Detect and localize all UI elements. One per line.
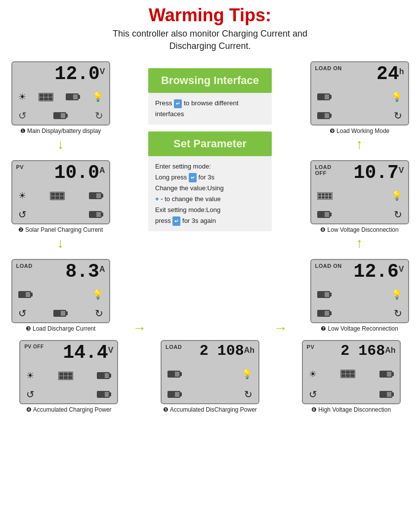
battery9-icon bbox=[317, 93, 332, 100]
panel4: PV OFF 14.4 V ☀ bbox=[19, 340, 118, 404]
panel8-value-row: 10.7 V bbox=[332, 164, 404, 182]
panel5: LOAD 2 108 Ah 💡 bbox=[161, 340, 259, 404]
bulb8-icon: 💡 bbox=[391, 190, 402, 201]
arrow-curve5b-icon: ↻ bbox=[244, 388, 252, 400]
panel3-unit: A bbox=[99, 263, 105, 274]
arrow56-right: → bbox=[274, 320, 288, 336]
page-subtitle: This controller also monitor Charging Cu… bbox=[7, 28, 413, 52]
press-text-box: Press ↵ to browse different interfaces bbox=[148, 93, 272, 124]
panel5-value: 2 108 bbox=[200, 344, 244, 358]
battery-bars-icon bbox=[317, 192, 333, 200]
bulb7-icon: 💡 bbox=[391, 289, 402, 300]
panel2-value: 10.0 bbox=[54, 164, 99, 182]
panel3: LOAD 8.3 A 💡 ↺ bbox=[11, 259, 110, 323]
panel6-label: PV bbox=[307, 344, 315, 350]
solar6-icon bbox=[340, 370, 355, 378]
panel9-value-row: 24 h bbox=[342, 65, 404, 83]
panel1-value-row: 12.0 V bbox=[16, 65, 105, 83]
battery8b-icon bbox=[317, 211, 332, 218]
panel7-icons: 💡 bbox=[315, 289, 404, 300]
panel9-icons2: ↻ bbox=[315, 110, 404, 122]
panel2: PV 10.0 A ☀ bbox=[11, 160, 110, 224]
panel3-label: LOAD bbox=[16, 263, 33, 269]
battery-icon bbox=[66, 93, 80, 100]
panel3-caption: ❸ Load Discharge Current bbox=[11, 325, 110, 332]
panel3-value-row: 8.3 A bbox=[33, 263, 105, 281]
panel2-icons: ☀ bbox=[16, 190, 105, 201]
panel5-value-row: 2 108 Ah bbox=[182, 344, 254, 358]
panel2-unit: A bbox=[99, 164, 105, 175]
set-parameter-label: Set Parameter bbox=[155, 137, 265, 150]
arrow9-up: ↑ bbox=[356, 134, 363, 154]
panel1-unit: V bbox=[100, 65, 105, 76]
bulb-icon: 💡 bbox=[92, 91, 103, 102]
panel8-unit: V bbox=[399, 164, 404, 175]
battery5b-icon bbox=[168, 391, 182, 398]
panel1: 12.0 V ☀ 💡 ↺ bbox=[11, 61, 110, 126]
bottom-row: PV OFF 14.4 V ☀ bbox=[7, 340, 413, 413]
panel2-icons2: ↺ bbox=[16, 209, 105, 220]
panel6-icons: ☀ bbox=[307, 369, 396, 380]
panel5-wrapper: LOAD 2 108 Ah 💡 bbox=[161, 340, 259, 413]
long-press-text: Long press ↵ for 3s bbox=[155, 172, 265, 183]
panel6-wrapper: PV 2 168 Ah ☀ bbox=[302, 340, 401, 413]
panel3-cell: LOAD 8.3 A 💡 ↺ bbox=[7, 256, 114, 335]
browsing-interface-label: Browsing Interface bbox=[155, 74, 265, 87]
exit-btn-icon: ↵ bbox=[172, 216, 180, 226]
panel7-cell: LOAD ON 12.6 V 💡 bbox=[306, 256, 413, 335]
panel3-icons: 💡 bbox=[16, 289, 105, 300]
panel8-value: 10.7 bbox=[354, 164, 399, 182]
panel8-label2: OFF bbox=[315, 170, 332, 176]
battery5a-icon bbox=[168, 371, 182, 378]
panel7-caption: ❼ Low Voltage Reconnection bbox=[310, 325, 409, 332]
panel1-caption: ❶ Main Display/battery display bbox=[11, 128, 110, 134]
panel4-value: 14.4 bbox=[63, 344, 108, 362]
sun-icon: ☀ bbox=[18, 91, 26, 102]
panel4-value-row: 14.4 V bbox=[44, 344, 114, 362]
panel4-unit: V bbox=[108, 344, 114, 355]
panel6-value: 2 168 bbox=[340, 344, 385, 358]
enter-mode-text: Enter setting mode: bbox=[155, 161, 265, 172]
battery7-icon bbox=[317, 291, 332, 298]
panel7-label: LOAD ON bbox=[315, 263, 342, 269]
panel6: PV 2 168 Ah ☀ bbox=[302, 340, 401, 404]
bulb9-icon: 💡 bbox=[391, 91, 402, 102]
panel2-cell: PV 10.0 A ☀ bbox=[7, 157, 114, 256]
panel5-icons2: ↻ bbox=[166, 388, 254, 400]
center-col: Browsing Interface Press ↵ to browse dif… bbox=[114, 58, 306, 335]
panel7-unit: V bbox=[399, 263, 404, 274]
battery7b-icon bbox=[317, 310, 332, 317]
arrow-curve7-icon: ↻ bbox=[394, 307, 402, 319]
battery6a-icon bbox=[379, 371, 394, 378]
arrow-curve3-icon: ↺ bbox=[18, 209, 27, 220]
set-parameter-box: Set Parameter bbox=[148, 131, 272, 156]
panel8-icons: 💡 bbox=[315, 190, 404, 201]
battery4c-icon bbox=[97, 391, 111, 398]
panel5-caption: ❺ Accumulated DisCharging Power bbox=[161, 406, 259, 413]
panel8: LOAD OFF 10.7 V 💡 bbox=[310, 160, 409, 224]
panel6-icons2: ↺ bbox=[307, 388, 396, 400]
panel1-icons: ☀ 💡 bbox=[16, 91, 105, 102]
panel5-label: LOAD bbox=[166, 344, 182, 350]
panel8-cell: LOAD OFF 10.7 V 💡 bbox=[306, 157, 413, 256]
solar-panel-icon bbox=[39, 93, 53, 101]
panel8-caption: ❽ Low Voltage Disconnection bbox=[310, 226, 409, 233]
arrow1-down: ↓ bbox=[57, 134, 64, 154]
panel5-icons: 💡 bbox=[166, 369, 254, 380]
bulb2-icon: 💡 bbox=[92, 289, 103, 300]
arrow-curve5-icon: ↺ bbox=[18, 307, 27, 319]
panel9-unit: h bbox=[399, 65, 404, 76]
panel4-wrapper: PV OFF 14.4 V ☀ bbox=[19, 340, 118, 413]
arrow-curve2-icon: ↻ bbox=[95, 110, 103, 122]
panel8-icons2: ↻ bbox=[315, 209, 404, 220]
panel4-caption: ❹ Accumulated Charging Power bbox=[19, 406, 118, 413]
arrow-curve9-icon: ↻ bbox=[394, 110, 402, 122]
battery6-icon bbox=[53, 310, 68, 317]
panel9-cell: LOAD ON 24 h 💡 bbox=[306, 58, 413, 157]
panel2-value-row: 10.0 A bbox=[24, 164, 105, 182]
panel6-caption: ❻ High Voltage Disconnection bbox=[302, 406, 401, 413]
page-wrapper: Warming Tips: This controller also monit… bbox=[0, 0, 420, 423]
panel7-value-row: 12.6 V bbox=[342, 263, 404, 281]
arrow-curve6b-icon: ↺ bbox=[309, 388, 317, 400]
panel9: LOAD ON 24 h 💡 bbox=[310, 61, 409, 126]
